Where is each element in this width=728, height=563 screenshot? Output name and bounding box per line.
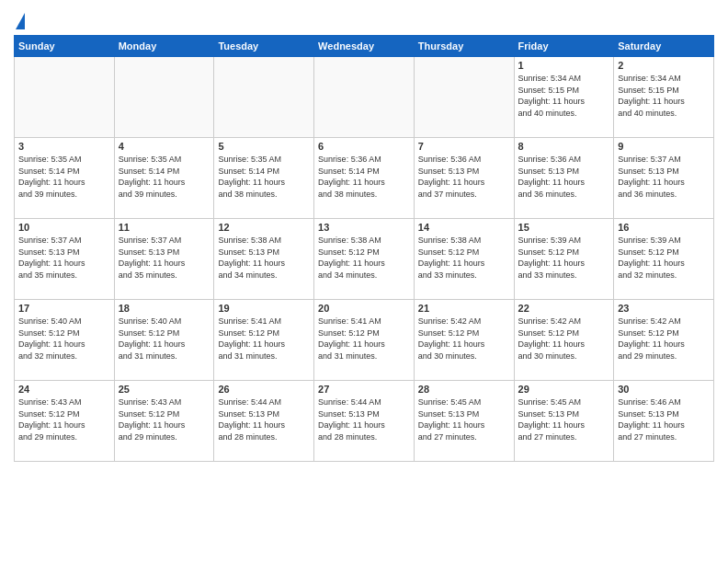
- day-number: 15: [518, 222, 610, 233]
- day-info: Sunrise: 5:41 AM Sunset: 5:12 PM Dayligh…: [218, 316, 310, 362]
- calendar-cell: 18Sunrise: 5:40 AM Sunset: 5:12 PM Dayli…: [114, 300, 214, 381]
- day-info: Sunrise: 5:41 AM Sunset: 5:12 PM Dayligh…: [318, 316, 410, 362]
- calendar-cell: [15, 57, 115, 138]
- calendar-cell: 7Sunrise: 5:36 AM Sunset: 5:13 PM Daylig…: [414, 138, 514, 219]
- day-info: Sunrise: 5:46 AM Sunset: 5:13 PM Dayligh…: [618, 396, 710, 442]
- day-number: 21: [418, 303, 510, 314]
- day-info: Sunrise: 5:40 AM Sunset: 5:12 PM Dayligh…: [18, 316, 110, 362]
- calendar-cell: 5Sunrise: 5:35 AM Sunset: 5:14 PM Daylig…: [214, 138, 314, 219]
- calendar-cell: 26Sunrise: 5:44 AM Sunset: 5:13 PM Dayli…: [214, 381, 314, 462]
- day-info: Sunrise: 5:40 AM Sunset: 5:12 PM Dayligh…: [119, 316, 210, 362]
- calendar-cell: 15Sunrise: 5:39 AM Sunset: 5:12 PM Dayli…: [514, 219, 614, 300]
- page-header: [14, 9, 714, 31]
- day-number: 3: [18, 141, 110, 152]
- calendar-cell: [114, 57, 214, 138]
- calendar-cell: 21Sunrise: 5:42 AM Sunset: 5:12 PM Dayli…: [414, 300, 514, 381]
- day-info: Sunrise: 5:37 AM Sunset: 5:13 PM Dayligh…: [18, 235, 110, 281]
- day-number: 4: [119, 141, 210, 152]
- calendar-week-row: 24Sunrise: 5:43 AM Sunset: 5:12 PM Dayli…: [15, 381, 714, 462]
- day-number: 17: [18, 303, 110, 314]
- calendar-cell: [314, 57, 415, 138]
- calendar-cell: 10Sunrise: 5:37 AM Sunset: 5:13 PM Dayli…: [15, 219, 115, 300]
- calendar-week-row: 17Sunrise: 5:40 AM Sunset: 5:12 PM Dayli…: [15, 300, 714, 381]
- day-number: 12: [218, 222, 310, 233]
- day-info: Sunrise: 5:36 AM Sunset: 5:13 PM Dayligh…: [418, 154, 510, 200]
- day-number: 16: [618, 222, 710, 233]
- day-info: Sunrise: 5:35 AM Sunset: 5:14 PM Dayligh…: [119, 154, 210, 200]
- day-number: 5: [218, 141, 310, 152]
- day-number: 8: [518, 141, 610, 152]
- calendar-cell: 4Sunrise: 5:35 AM Sunset: 5:14 PM Daylig…: [114, 138, 214, 219]
- day-of-week-header: Saturday: [614, 36, 714, 57]
- day-info: Sunrise: 5:39 AM Sunset: 5:12 PM Dayligh…: [518, 235, 610, 281]
- calendar-cell: 11Sunrise: 5:37 AM Sunset: 5:13 PM Dayli…: [114, 219, 214, 300]
- day-info: Sunrise: 5:43 AM Sunset: 5:12 PM Dayligh…: [119, 396, 210, 442]
- day-info: Sunrise: 5:36 AM Sunset: 5:14 PM Dayligh…: [318, 154, 410, 200]
- logo-triangle-icon: [16, 13, 25, 29]
- day-info: Sunrise: 5:37 AM Sunset: 5:13 PM Dayligh…: [618, 154, 710, 200]
- calendar-cell: 3Sunrise: 5:35 AM Sunset: 5:14 PM Daylig…: [15, 138, 115, 219]
- day-number: 2: [618, 60, 710, 71]
- day-info: Sunrise: 5:34 AM Sunset: 5:15 PM Dayligh…: [518, 73, 610, 119]
- logo: [14, 13, 25, 31]
- day-of-week-header: Sunday: [15, 36, 115, 57]
- day-number: 13: [318, 222, 410, 233]
- calendar-cell: [414, 57, 514, 138]
- calendar-cell: 14Sunrise: 5:38 AM Sunset: 5:12 PM Dayli…: [414, 219, 514, 300]
- day-info: Sunrise: 5:43 AM Sunset: 5:12 PM Dayligh…: [18, 396, 110, 442]
- day-of-week-header: Wednesday: [314, 36, 415, 57]
- calendar-header: SundayMondayTuesdayWednesdayThursdayFrid…: [15, 36, 714, 57]
- day-number: 20: [318, 303, 410, 314]
- day-info: Sunrise: 5:36 AM Sunset: 5:13 PM Dayligh…: [518, 154, 610, 200]
- calendar-cell: 1Sunrise: 5:34 AM Sunset: 5:15 PM Daylig…: [514, 57, 614, 138]
- day-number: 25: [119, 384, 210, 395]
- calendar-cell: [214, 57, 314, 138]
- calendar-cell: 28Sunrise: 5:45 AM Sunset: 5:13 PM Dayli…: [414, 381, 514, 462]
- calendar-cell: 2Sunrise: 5:34 AM Sunset: 5:15 PM Daylig…: [614, 57, 714, 138]
- day-number: 11: [119, 222, 210, 233]
- day-number: 14: [418, 222, 510, 233]
- day-number: 27: [318, 384, 410, 395]
- calendar-cell: 6Sunrise: 5:36 AM Sunset: 5:14 PM Daylig…: [314, 138, 415, 219]
- day-number: 23: [618, 303, 710, 314]
- day-info: Sunrise: 5:35 AM Sunset: 5:14 PM Dayligh…: [18, 154, 110, 200]
- calendar-cell: 29Sunrise: 5:45 AM Sunset: 5:13 PM Dayli…: [514, 381, 614, 462]
- day-info: Sunrise: 5:45 AM Sunset: 5:13 PM Dayligh…: [418, 396, 510, 442]
- calendar-cell: 22Sunrise: 5:42 AM Sunset: 5:12 PM Dayli…: [514, 300, 614, 381]
- day-number: 30: [618, 384, 710, 395]
- calendar-week-row: 3Sunrise: 5:35 AM Sunset: 5:14 PM Daylig…: [15, 138, 714, 219]
- calendar-body: 1Sunrise: 5:34 AM Sunset: 5:15 PM Daylig…: [15, 57, 714, 462]
- calendar-table: SundayMondayTuesdayWednesdayThursdayFrid…: [14, 35, 714, 462]
- calendar-cell: 23Sunrise: 5:42 AM Sunset: 5:12 PM Dayli…: [614, 300, 714, 381]
- day-number: 29: [518, 384, 610, 395]
- day-number: 28: [418, 384, 510, 395]
- calendar-cell: 9Sunrise: 5:37 AM Sunset: 5:13 PM Daylig…: [614, 138, 714, 219]
- day-info: Sunrise: 5:39 AM Sunset: 5:12 PM Dayligh…: [618, 235, 710, 281]
- day-info: Sunrise: 5:37 AM Sunset: 5:13 PM Dayligh…: [119, 235, 210, 281]
- day-info: Sunrise: 5:45 AM Sunset: 5:13 PM Dayligh…: [518, 396, 610, 442]
- calendar-cell: 30Sunrise: 5:46 AM Sunset: 5:13 PM Dayli…: [614, 381, 714, 462]
- calendar-cell: 19Sunrise: 5:41 AM Sunset: 5:12 PM Dayli…: [214, 300, 314, 381]
- calendar-cell: 24Sunrise: 5:43 AM Sunset: 5:12 PM Dayli…: [15, 381, 115, 462]
- calendar-week-row: 10Sunrise: 5:37 AM Sunset: 5:13 PM Dayli…: [15, 219, 714, 300]
- day-number: 26: [218, 384, 310, 395]
- day-of-week-header: Monday: [114, 36, 214, 57]
- calendar-cell: 13Sunrise: 5:38 AM Sunset: 5:12 PM Dayli…: [314, 219, 415, 300]
- day-number: 7: [418, 141, 510, 152]
- day-info: Sunrise: 5:38 AM Sunset: 5:12 PM Dayligh…: [318, 235, 410, 281]
- day-number: 22: [518, 303, 610, 314]
- day-of-week-header: Friday: [514, 36, 614, 57]
- day-number: 10: [18, 222, 110, 233]
- calendar-week-row: 1Sunrise: 5:34 AM Sunset: 5:15 PM Daylig…: [15, 57, 714, 138]
- calendar-cell: 17Sunrise: 5:40 AM Sunset: 5:12 PM Dayli…: [15, 300, 115, 381]
- calendar-cell: 25Sunrise: 5:43 AM Sunset: 5:12 PM Dayli…: [114, 381, 214, 462]
- calendar-cell: 27Sunrise: 5:44 AM Sunset: 5:13 PM Dayli…: [314, 381, 415, 462]
- calendar-cell: 8Sunrise: 5:36 AM Sunset: 5:13 PM Daylig…: [514, 138, 614, 219]
- calendar-cell: 12Sunrise: 5:38 AM Sunset: 5:13 PM Dayli…: [214, 219, 314, 300]
- day-info: Sunrise: 5:42 AM Sunset: 5:12 PM Dayligh…: [518, 316, 610, 362]
- day-info: Sunrise: 5:34 AM Sunset: 5:15 PM Dayligh…: [618, 73, 710, 119]
- day-number: 24: [18, 384, 110, 395]
- day-info: Sunrise: 5:35 AM Sunset: 5:14 PM Dayligh…: [218, 154, 310, 200]
- day-number: 18: [119, 303, 210, 314]
- day-info: Sunrise: 5:42 AM Sunset: 5:12 PM Dayligh…: [618, 316, 710, 362]
